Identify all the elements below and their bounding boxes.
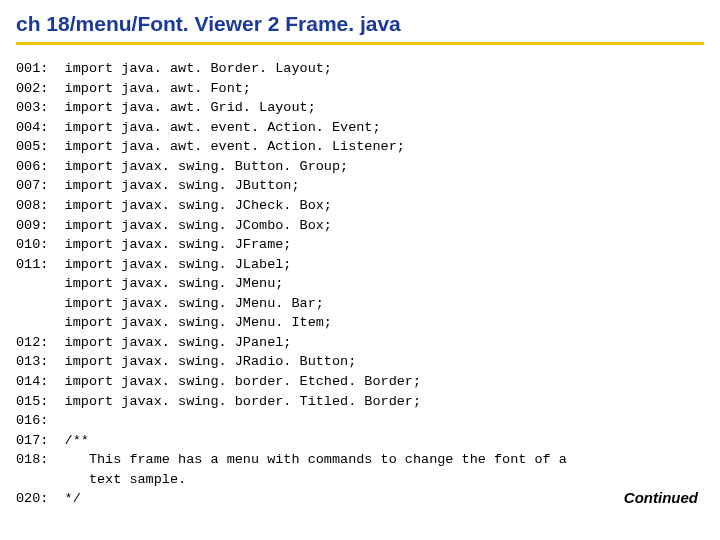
- continued-label: Continued: [624, 489, 698, 506]
- code-listing: 001: import java. awt. Border. Layout; 0…: [16, 59, 704, 509]
- page-title: ch 18/menu/Font. Viewer 2 Frame. java: [16, 12, 704, 45]
